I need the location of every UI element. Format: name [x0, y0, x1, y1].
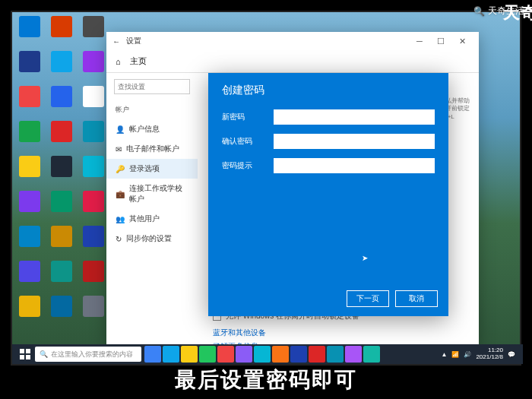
- taskbar-app-icon[interactable]: [163, 346, 179, 363]
- bluetooth-link[interactable]: 蓝牙和其他设备: [213, 328, 380, 338]
- desktop-icon[interactable]: [80, 121, 107, 151]
- password-hint-label: 密码提示: [222, 160, 263, 171]
- desktop-icon[interactable]: [48, 51, 75, 81]
- home-label[interactable]: 主页: [130, 55, 147, 67]
- sidebar-item-other-users[interactable]: 👥其他用户: [106, 209, 198, 229]
- taskbar-app-icon[interactable]: [345, 346, 362, 363]
- desktop-icon[interactable]: [16, 191, 43, 221]
- mail-icon: ✉: [116, 145, 122, 154]
- next-button[interactable]: 下一页: [347, 290, 389, 307]
- desktop-icon[interactable]: [16, 296, 43, 326]
- new-password-label: 新密码: [222, 112, 263, 122]
- taskbar-app-icon[interactable]: [217, 346, 234, 363]
- settings-sidebar: 帐户 👤帐户信息 ✉电子邮件和帐户 🔑登录选项 💼连接工作或学校帐户 👥其他用户…: [106, 73, 198, 345]
- window-titlebar: ← 设置 ─ ☐ ✕: [106, 32, 479, 50]
- dialog-title: 创建密码: [208, 73, 448, 105]
- settings-search-input[interactable]: [114, 79, 190, 94]
- people-icon: 👥: [116, 215, 125, 223]
- taskbar-app-icon[interactable]: [181, 346, 198, 363]
- desktop: ← 设置 ─ ☐ ✕ ⌂ 主页 帐户 👤帐户信息 ✉电子邮件和帐户 🔑登录选项 …: [11, 11, 521, 366]
- watermark-edge-text: 天奇: [503, 2, 532, 24]
- taskbar-app-icon[interactable]: [254, 346, 271, 363]
- desktop-icon[interactable]: [80, 86, 107, 116]
- desktop-icon[interactable]: [16, 156, 43, 186]
- desktop-icon[interactable]: [48, 16, 75, 46]
- desktop-icon[interactable]: [16, 86, 43, 116]
- desktop-icon[interactable]: [80, 191, 107, 221]
- home-icon[interactable]: ⌂: [116, 57, 121, 66]
- key-icon: 🔑: [116, 165, 125, 173]
- taskbar-app-icon[interactable]: [363, 346, 380, 363]
- person-icon: 👤: [116, 125, 125, 134]
- new-password-input[interactable]: [274, 109, 435, 125]
- desktop-icon[interactable]: [48, 296, 75, 326]
- cancel-button[interactable]: 取消: [395, 290, 438, 307]
- sidebar-item-account-info[interactable]: 👤帐户信息: [106, 119, 198, 139]
- taskbar-app-icon[interactable]: [309, 346, 325, 363]
- desktop-icon[interactable]: [80, 51, 107, 81]
- minimize-button[interactable]: ─: [409, 36, 430, 46]
- volume-icon[interactable]: 🔊: [464, 351, 471, 358]
- desktop-icon[interactable]: [80, 296, 107, 326]
- desktop-icon[interactable]: [16, 16, 43, 46]
- system-tray[interactable]: ▲ 📶 🔊 11:20 2021/12/8 💬: [441, 347, 520, 361]
- taskbar-search-input[interactable]: 🔍 在这里输入你要搜索的内容: [35, 347, 141, 362]
- taskbar-app-icon[interactable]: [199, 346, 216, 363]
- network-icon[interactable]: 📶: [451, 351, 459, 358]
- desktop-icon[interactable]: [16, 261, 43, 291]
- confirm-password-input[interactable]: [274, 134, 435, 149]
- taskbar-app-icon[interactable]: [290, 346, 307, 363]
- svg-rect-0: [20, 349, 24, 353]
- sidebar-item-email[interactable]: ✉电子邮件和帐户: [106, 139, 198, 159]
- clock-date: 2021/12/8: [476, 354, 503, 361]
- watermark-search-icon: 🔍: [473, 6, 485, 17]
- start-button[interactable]: [15, 344, 35, 364]
- video-subtitle: 最后设置密码即可: [0, 366, 532, 394]
- desktop-icon[interactable]: [16, 51, 43, 81]
- sidebar-item-signin-options[interactable]: 🔑登录选项: [106, 159, 198, 179]
- sidebar-item-sync[interactable]: ↻同步你的设置: [106, 229, 198, 249]
- back-icon[interactable]: ←: [112, 37, 120, 46]
- svg-rect-2: [20, 355, 24, 359]
- windows-logo-icon: [20, 349, 30, 359]
- desktop-icon[interactable]: [80, 156, 107, 186]
- sidebar-section: 帐户: [106, 100, 198, 119]
- briefcase-icon: 💼: [116, 190, 125, 198]
- notification-icon[interactable]: 💬: [508, 351, 515, 358]
- desktop-icon[interactable]: [48, 86, 75, 116]
- desktop-icon[interactable]: [48, 156, 75, 186]
- desktop-icon[interactable]: [48, 191, 75, 221]
- desktop-icon[interactable]: [48, 261, 75, 291]
- desktop-icon[interactable]: [80, 226, 107, 256]
- taskbar: 🔍 在这里输入你要搜索的内容 ▲ 📶 🔊 11:20 2021/12/8: [12, 344, 523, 364]
- svg-rect-1: [26, 349, 30, 353]
- svg-rect-3: [26, 355, 30, 359]
- taskbar-app-icon[interactable]: [272, 346, 289, 363]
- taskview-icon[interactable]: [144, 346, 161, 363]
- maximize-button[interactable]: ☐: [430, 36, 451, 46]
- password-hint-input[interactable]: [274, 158, 435, 173]
- tray-icon[interactable]: ▲: [441, 351, 447, 358]
- settings-toolbar: ⌂ 主页: [106, 50, 479, 73]
- desktop-icons-area: [16, 16, 115, 350]
- desktop-icon[interactable]: [80, 16, 107, 46]
- create-password-dialog: 创建密码 新密码 确认密码 密码提示 下一页 取消: [208, 73, 448, 316]
- search-placeholder: 在这里输入你要搜索的内容: [51, 350, 133, 359]
- desktop-icon[interactable]: [80, 261, 107, 291]
- taskbar-app-icon[interactable]: [327, 346, 344, 363]
- close-button[interactable]: ✕: [451, 36, 473, 46]
- desktop-icon[interactable]: [16, 226, 43, 256]
- desktop-icon[interactable]: [48, 121, 75, 151]
- sync-icon: ↻: [116, 235, 122, 243]
- search-icon: 🔍: [40, 350, 48, 358]
- desktop-icon[interactable]: [16, 121, 43, 151]
- confirm-password-label: 确认密码: [222, 136, 263, 147]
- mouse-cursor-icon: ➤: [362, 254, 368, 262]
- sidebar-item-work-school[interactable]: 💼连接工作或学校帐户: [106, 179, 198, 209]
- taskbar-app-icon[interactable]: [236, 346, 252, 363]
- desktop-icon[interactable]: [48, 226, 75, 256]
- window-title: 设置: [126, 36, 409, 46]
